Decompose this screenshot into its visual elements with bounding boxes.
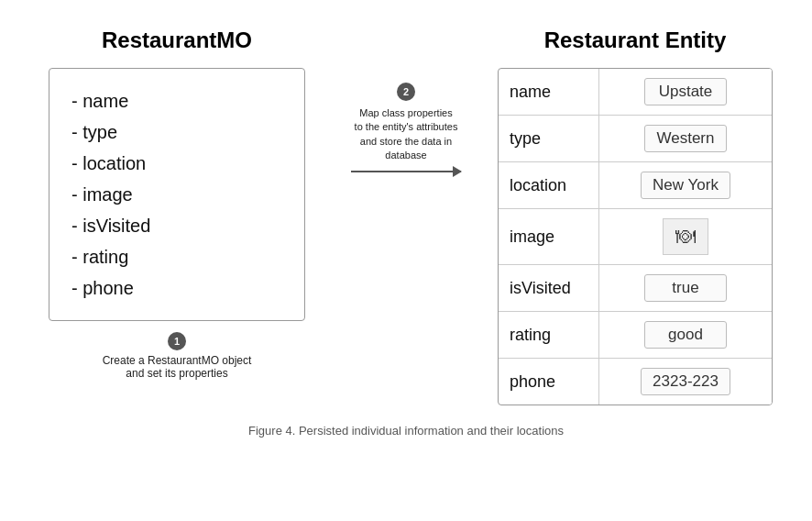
entity-row: isVisitedtrue xyxy=(499,265,772,312)
caption: Figure 4. Persisted individual informati… xyxy=(248,424,564,438)
entity-value-isVisited: true xyxy=(599,265,772,311)
entity-row: image🍽 xyxy=(499,209,772,265)
value-box: Upstate xyxy=(644,78,727,105)
value-box: 2323-223 xyxy=(641,368,730,395)
step1-badge: 1 xyxy=(168,332,186,350)
middle-section: 2 Map class propertiesto the entity's at… xyxy=(324,28,488,172)
entity-row: typeWestern xyxy=(499,116,772,162)
entity-key: name xyxy=(499,69,599,115)
property-item: name xyxy=(71,85,282,116)
entity-key: rating xyxy=(499,312,599,358)
step2-label: Map class propertiesto the entity's attr… xyxy=(355,106,458,163)
entity-box: nameUpstatetypeWesternlocationNew Yorkim… xyxy=(498,68,773,405)
entity-row: locationNew York xyxy=(499,162,772,209)
step1-label: 1 Create a RestaurantMO objectand set it… xyxy=(103,332,252,380)
left-section: RestaurantMO nametypelocationimageisVisi… xyxy=(30,28,324,380)
image-thumbnail: 🍽 xyxy=(663,218,708,255)
left-title: RestaurantMO xyxy=(102,28,252,53)
entity-value-image: 🍽 xyxy=(599,209,772,264)
value-box: New York xyxy=(641,172,730,199)
entity-value-location: New York xyxy=(599,162,772,208)
step1-text: Create a RestaurantMO objectand set its … xyxy=(103,354,252,380)
property-item: isVisited xyxy=(71,210,282,241)
mo-box: nametypelocationimageisVisitedratingphon… xyxy=(49,68,305,321)
property-item: location xyxy=(71,148,282,179)
properties-list: nametypelocationimageisVisitedratingphon… xyxy=(71,85,282,304)
main-container: RestaurantMO nametypelocationimageisVisi… xyxy=(18,28,794,405)
entity-value-name: Upstate xyxy=(599,69,772,115)
step2-badge: 2 xyxy=(397,83,415,101)
entity-value-type: Western xyxy=(599,116,772,161)
arrow-container xyxy=(324,171,488,172)
food-icon: 🍽 xyxy=(675,225,696,249)
value-box: true xyxy=(644,274,727,302)
entity-key: phone xyxy=(499,359,599,405)
right-section: Restaurant Entity nameUpstatetypeWestern… xyxy=(488,28,782,405)
entity-row: nameUpstate xyxy=(499,69,772,116)
entity-key: location xyxy=(499,162,599,208)
entity-key: image xyxy=(499,209,599,264)
right-title: Restaurant Entity xyxy=(544,28,727,53)
entity-key: isVisited xyxy=(499,265,599,311)
entity-value-phone: 2323-223 xyxy=(599,359,772,405)
property-item: type xyxy=(71,116,282,148)
value-box: good xyxy=(644,321,727,349)
entity-row: phone2323-223 xyxy=(499,359,772,405)
value-box: Western xyxy=(644,125,727,152)
entity-row: ratinggood xyxy=(499,312,772,359)
property-item: image xyxy=(71,179,282,210)
property-item: rating xyxy=(71,241,282,272)
entity-value-rating: good xyxy=(599,312,772,358)
arrow-line xyxy=(351,171,461,172)
property-item: phone xyxy=(71,272,282,304)
entity-key: type xyxy=(499,116,599,161)
